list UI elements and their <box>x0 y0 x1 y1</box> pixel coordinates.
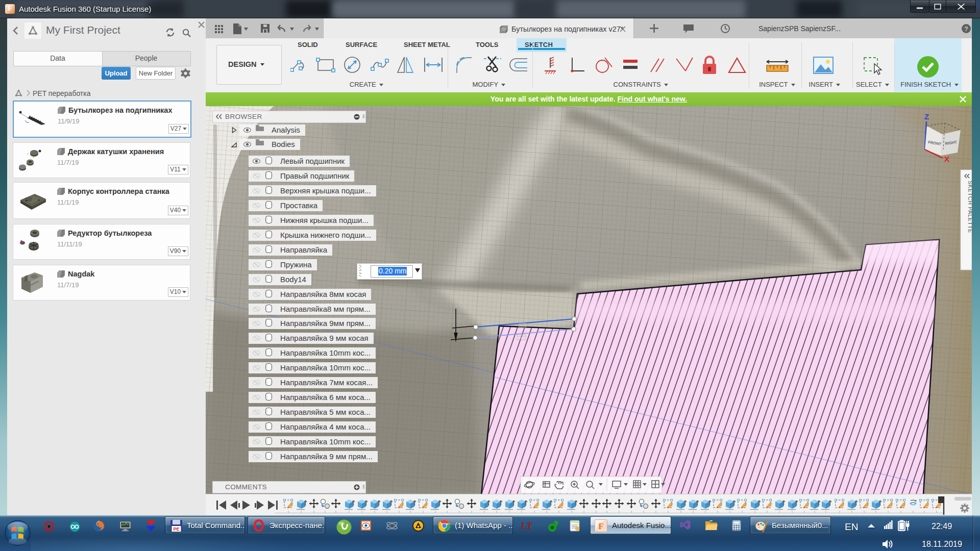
svg-text:PE: PE <box>173 527 179 532</box>
svg-text:X: X <box>944 155 949 163</box>
svg-text:LT: LT <box>521 520 533 531</box>
svg-text:?: ? <box>964 25 968 33</box>
svg-text:F: F <box>598 521 603 531</box>
svg-text:Z: Z <box>924 112 929 121</box>
svg-text:SKETCH PALETTE: SKETCH PALETTE <box>967 181 972 233</box>
